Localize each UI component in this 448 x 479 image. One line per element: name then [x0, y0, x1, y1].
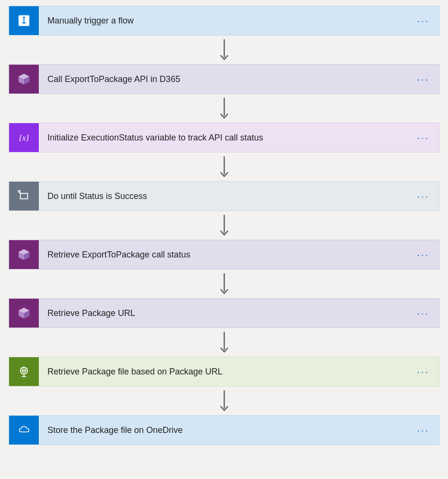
- step-label: Retrieve ExportToPackage call status: [47, 250, 190, 260]
- more-options-button[interactable]: ···: [415, 14, 431, 27]
- step-body: Retrieve Package file based on Package U…: [39, 357, 439, 386]
- more-options-button[interactable]: ···: [415, 365, 431, 378]
- step-label: Retrieve Package file based on Package U…: [47, 367, 222, 377]
- step-label: Initialize ExecutionStatus variable to t…: [47, 133, 263, 143]
- svg-text:{x}: {x}: [19, 133, 29, 142]
- do-until-icon: [9, 182, 39, 210]
- d365-icon: [9, 299, 39, 327]
- http-icon: [9, 357, 39, 386]
- more-options-button[interactable]: ···: [415, 423, 431, 437]
- step-label: Do until Status is Success: [47, 191, 147, 201]
- arrow-down-icon: [9, 35, 439, 64]
- flow-step-2[interactable]: {x}Initialize ExecutionStatus variable t…: [9, 123, 439, 152]
- more-options-button[interactable]: ···: [415, 306, 431, 320]
- svg-rect-6: [21, 193, 28, 199]
- step-body: Call ExportToPackage API in D365···: [39, 65, 439, 93]
- step-label: Manually trigger a flow: [47, 16, 134, 26]
- d365-icon: [9, 65, 39, 93]
- arrow-down-icon: [9, 328, 439, 357]
- flow-step-1[interactable]: Call ExportToPackage API in D365···: [9, 64, 439, 94]
- manual-trigger-icon: [9, 6, 39, 35]
- step-body: Store the Package file on OneDrive···: [39, 416, 439, 444]
- step-body: Do until Status is Success···: [39, 182, 439, 210]
- flow-step-3[interactable]: Do until Status is Success···: [9, 181, 439, 211]
- more-options-button[interactable]: ···: [415, 72, 431, 86]
- flow-step-4[interactable]: Retrieve ExportToPackage call status···: [9, 240, 439, 269]
- flow-step-7[interactable]: Store the Package file on OneDrive···: [9, 415, 439, 445]
- arrow-down-icon: [9, 211, 439, 240]
- arrow-down-icon: [9, 152, 439, 181]
- svg-point-1: [23, 16, 25, 18]
- step-label: Store the Package file on OneDrive: [47, 425, 183, 435]
- step-label: Call ExportToPackage API in D365: [47, 74, 180, 84]
- flow-step-0[interactable]: Manually trigger a flow···: [9, 6, 439, 35]
- step-body: Retrieve ExportToPackage call status···: [39, 240, 439, 269]
- step-body: Initialize ExecutionStatus variable to t…: [39, 123, 439, 152]
- arrow-down-icon: [9, 386, 439, 415]
- flow-step-6[interactable]: Retrieve Package file based on Package U…: [9, 357, 439, 386]
- step-body: Manually trigger a flow···: [39, 6, 439, 35]
- flow-container: Manually trigger a flow···Call ExportToP…: [9, 6, 439, 445]
- more-options-button[interactable]: ···: [415, 131, 431, 144]
- flow-step-5[interactable]: Retrieve Package URL···: [9, 298, 439, 328]
- more-options-button[interactable]: ···: [415, 189, 431, 203]
- onedrive-icon: [9, 416, 39, 444]
- d365-icon: [9, 240, 39, 269]
- step-label: Retrieve Package URL: [47, 308, 135, 318]
- arrow-down-icon: [9, 94, 439, 123]
- arrow-down-icon: [9, 269, 439, 298]
- variable-icon: {x}: [9, 123, 39, 152]
- step-body: Retrieve Package URL···: [39, 299, 439, 327]
- more-options-button[interactable]: ···: [415, 248, 431, 261]
